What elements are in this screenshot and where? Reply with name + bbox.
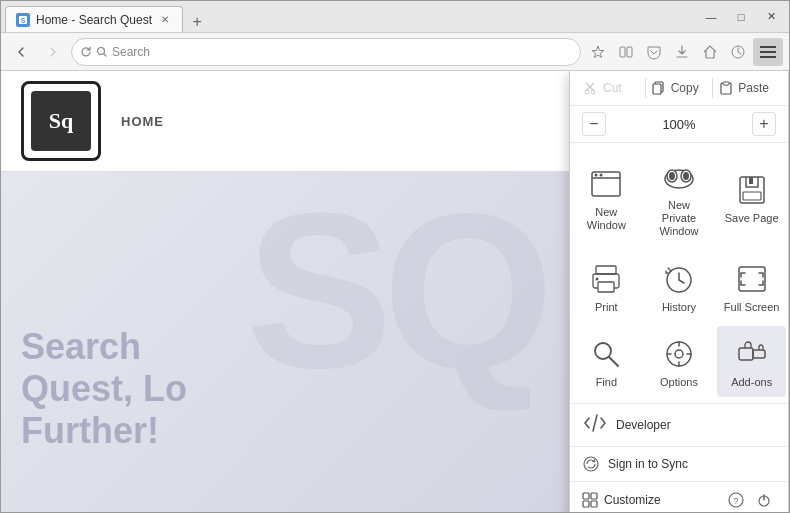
zoom-out-button[interactable]: −: [582, 112, 606, 136]
print-icon: [588, 261, 624, 297]
svg-rect-36: [739, 267, 765, 291]
svg-rect-46: [753, 350, 765, 358]
svg-point-26: [669, 172, 675, 180]
maximize-button[interactable]: □: [727, 6, 755, 28]
customize-label: Customize: [604, 493, 661, 507]
bookmark-star-button[interactable]: [585, 39, 611, 65]
save-page-menu-item[interactable]: Save Page: [717, 149, 786, 247]
svg-rect-4: [620, 47, 625, 57]
search-text: Search: [112, 45, 572, 59]
new-private-window-menu-item[interactable]: New Private Window: [645, 149, 714, 247]
svg-rect-49: [583, 493, 589, 499]
options-label: Options: [660, 376, 698, 389]
clipboard-row: Cut Copy Paste: [570, 71, 788, 106]
power-button[interactable]: [752, 488, 776, 512]
reader-view-button[interactable]: [613, 39, 639, 65]
tab-area: S Home - Search Quest ✕ +: [5, 1, 697, 32]
download-button[interactable]: [669, 39, 695, 65]
logo-inner: Sq: [31, 91, 91, 151]
minimize-button[interactable]: —: [697, 6, 725, 28]
developer-label: Developer: [616, 418, 671, 432]
mask-icon: [661, 159, 697, 195]
main-text-line1: Search Quest, Lo: [21, 326, 249, 410]
page-nav-label: HOME: [121, 114, 164, 129]
search-icon: [96, 46, 108, 58]
svg-point-34: [596, 277, 599, 280]
full-screen-label: Full Screen: [724, 301, 780, 314]
hamburger-menu-button[interactable]: [753, 38, 783, 66]
browser-content: SQ Sq HOME Search Quest, Lo Further!: [1, 71, 789, 512]
svg-rect-51: [583, 501, 589, 507]
svg-rect-45: [739, 348, 753, 360]
zoom-in-button[interactable]: +: [752, 112, 776, 136]
main-text-line2: Further!: [21, 410, 249, 452]
history-menu-item[interactable]: History: [645, 251, 714, 322]
svg-point-21: [595, 173, 598, 176]
svg-rect-5: [627, 47, 632, 57]
bottom-right-icons: ?: [724, 488, 776, 512]
zoom-row: − 100% +: [570, 106, 788, 143]
developer-menu-item[interactable]: Developer: [570, 403, 788, 446]
svg-point-40: [675, 350, 683, 358]
customize-icon: [582, 492, 598, 508]
options-menu-item[interactable]: Options: [645, 326, 714, 397]
paste-icon: [719, 81, 733, 95]
svg-point-22: [600, 173, 603, 176]
customize-button[interactable]: Customize: [582, 492, 720, 508]
svg-rect-16: [653, 84, 661, 94]
tab-favicon: S: [16, 13, 30, 27]
site-logo: Sq: [21, 81, 101, 161]
svg-rect-52: [591, 501, 597, 507]
home-button[interactable]: [697, 39, 723, 65]
svg-point-27: [683, 172, 689, 180]
copy-button[interactable]: Copy: [646, 77, 713, 99]
tab-title: Home - Search Quest: [36, 13, 152, 27]
add-ons-menu-item[interactable]: Add-ons: [717, 326, 786, 397]
svg-text:?: ?: [733, 496, 738, 506]
new-window-menu-item[interactable]: New Window: [572, 149, 641, 247]
new-tab-button[interactable]: +: [187, 12, 207, 32]
full-screen-menu-item[interactable]: Full Screen: [717, 251, 786, 322]
add-ons-label: Add-ons: [731, 376, 772, 389]
hamburger-dropdown-menu: Cut Copy Paste: [569, 71, 789, 512]
svg-rect-33: [598, 282, 614, 292]
paste-button[interactable]: Paste: [713, 77, 780, 99]
address-bar[interactable]: Search: [71, 38, 581, 66]
developer-icon: [584, 412, 606, 434]
active-tab[interactable]: S Home - Search Quest ✕: [5, 6, 183, 32]
menu-icon-grid: New Window New Private Window Save Page: [570, 143, 788, 403]
save-icon: [734, 172, 770, 208]
synced-tabs-button[interactable]: [725, 39, 751, 65]
new-private-window-label: New Private Window: [651, 199, 708, 239]
new-window-label: New Window: [578, 206, 635, 232]
history-label: History: [662, 301, 696, 314]
refresh-icon: [80, 46, 92, 58]
find-icon: [588, 336, 624, 372]
svg-rect-18: [723, 82, 729, 85]
close-button[interactable]: ✕: [757, 6, 785, 28]
svg-point-48: [584, 457, 598, 471]
back-button[interactable]: [7, 38, 35, 66]
print-label: Print: [595, 301, 618, 314]
zoom-value: 100%: [614, 117, 744, 132]
page-main-text: Search Quest, Lo Further!: [21, 326, 249, 452]
forward-button[interactable]: [39, 38, 67, 66]
svg-rect-30: [743, 192, 761, 200]
svg-line-47: [593, 415, 597, 431]
find-menu-item[interactable]: Find: [572, 326, 641, 397]
svg-rect-50: [591, 493, 597, 499]
sign-in-sync-item[interactable]: Sign in to Sync: [570, 446, 788, 481]
cut-button[interactable]: Cut: [578, 77, 645, 99]
copy-icon: [652, 81, 666, 95]
window-controls: — □ ✕: [697, 6, 785, 28]
nav-icons: [585, 38, 783, 66]
tab-close-button[interactable]: ✕: [158, 13, 172, 27]
print-menu-item[interactable]: Print: [572, 251, 641, 322]
browser-window: S Home - Search Quest ✕ + — □ ✕ Search: [0, 0, 790, 513]
window-icon: [588, 166, 624, 202]
svg-line-38: [609, 357, 618, 366]
sign-in-label: Sign in to Sync: [608, 457, 688, 471]
help-button[interactable]: ?: [724, 488, 748, 512]
svg-text:S: S: [21, 17, 26, 24]
pocket-button[interactable]: [641, 39, 667, 65]
